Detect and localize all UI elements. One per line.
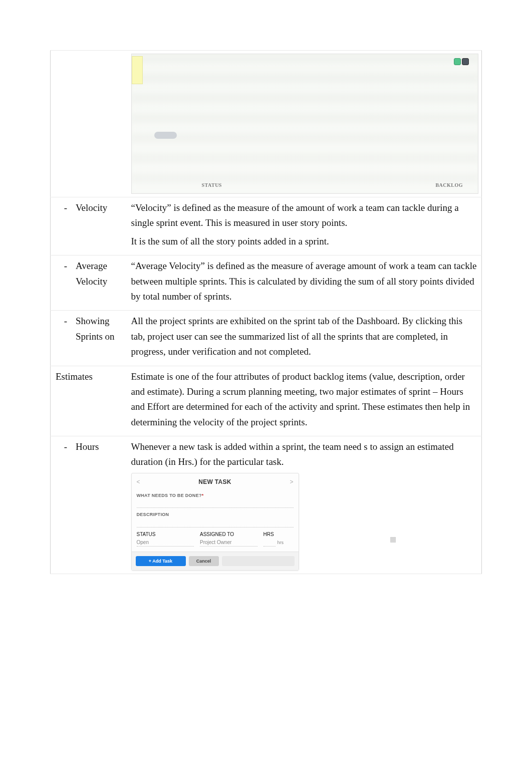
term-label: Average Velocity (76, 258, 123, 289)
term-cell: -Showing Sprints on (51, 311, 128, 366)
table-row: -Average Velocity“Average Velocity” is d… (51, 255, 482, 311)
definition-paragraph: It is the sum of all the story points ad… (131, 234, 479, 249)
definition-cell: All the project sprints are exhibited on… (128, 311, 482, 366)
term-label: Velocity (76, 200, 123, 215)
activity-input[interactable] (137, 500, 294, 508)
dashboard-screenshot-placeholder: STATUS BACKLOG (131, 54, 479, 194)
new-task-form-screenshot: < NEW TASK > WHAT NEEDS TO BE DONE?* DES… (131, 473, 299, 571)
definition-paragraph: “Velocity” is defined as the measure of … (131, 200, 479, 231)
status-select[interactable]: Open (137, 539, 194, 547)
prev-icon[interactable]: < (137, 477, 140, 487)
assignee-select[interactable]: Project Owner (200, 539, 257, 547)
term-label: Hours (76, 439, 123, 454)
definition-cell: “Average Velocity” is defined as the mea… (128, 255, 482, 311)
screenshot-cell: STATUS BACKLOG (128, 51, 482, 197)
table-row: -Showing Sprints onAll the project sprin… (51, 311, 482, 366)
empty-label-cell (51, 51, 128, 197)
table-row: -Velocity“Velocity” is defined as the me… (51, 197, 482, 255)
hours-label: HRS (263, 532, 274, 537)
term-cell: Estimates (51, 366, 128, 436)
assignee-label: ASSIGNED TO (200, 532, 234, 537)
definition-paragraph: All the project sprints are exhibited on… (131, 314, 479, 359)
status-label: STATUS (137, 532, 156, 537)
cancel-button[interactable]: Cancel (189, 556, 219, 566)
next-icon[interactable]: > (290, 477, 293, 487)
table-row: EstimatesEstimate is one of the four att… (51, 366, 482, 436)
definition-cell: Whenever a new task is added within a sp… (128, 436, 482, 574)
term-cell: -Average Velocity (51, 255, 128, 311)
button-spacer (222, 556, 295, 566)
form-title: NEW TASK (198, 478, 231, 485)
table-row: -HoursWhenever a new task is added withi… (51, 436, 482, 574)
glossary-table: STATUS BACKLOG -Velocity“Velocity” is de… (50, 50, 482, 574)
activity-label: WHAT NEEDS TO BE DONE?* (137, 492, 294, 499)
hours-input[interactable] (263, 539, 276, 547)
chip-dark-icon (462, 58, 469, 65)
page-footer-icon: ▦ (390, 535, 398, 543)
bullet-dash: - (56, 200, 76, 215)
definition-cell: “Velocity” is defined as the measure of … (128, 197, 482, 255)
tag-pill (154, 132, 177, 139)
definition-cell: Estimate is one of the four attributes o… (128, 366, 482, 436)
definition-paragraph: “Average Velocity” is defined as the mea… (131, 258, 479, 304)
col-header-left: STATUS (202, 181, 222, 189)
chip-green-icon (454, 58, 461, 65)
bullet-dash: - (56, 439, 76, 454)
hours-suffix: hrs (278, 539, 284, 546)
add-task-button[interactable]: + Add Task (136, 556, 186, 566)
definition-paragraph: Whenever a new task is added within a sp… (131, 439, 479, 470)
description-input[interactable] (137, 519, 294, 528)
bullet-dash: - (56, 258, 76, 274)
highlight-marker (132, 56, 143, 84)
term-label: Showing Sprints on (76, 314, 123, 344)
term-cell: -Hours (51, 436, 128, 574)
term-cell: -Velocity (51, 197, 128, 255)
description-label: DESCRIPTION (137, 511, 294, 518)
bullet-dash: - (56, 314, 76, 329)
definition-paragraph: Estimate is one of the four attributes o… (131, 369, 479, 430)
status-chips (454, 58, 469, 65)
term-label: Estimates (56, 371, 93, 382)
col-header-right: BACKLOG (435, 181, 463, 189)
